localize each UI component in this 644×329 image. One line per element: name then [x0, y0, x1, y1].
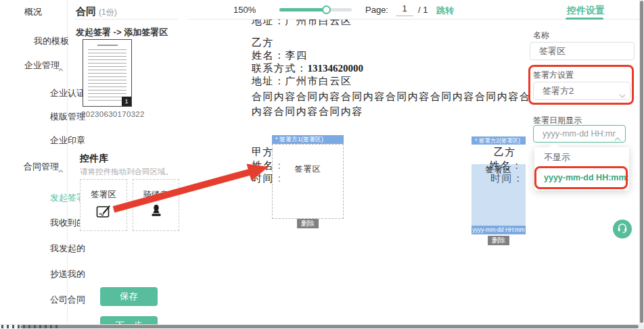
sidebar-item-enterprise-seal[interactable]: 企业印章	[50, 134, 85, 147]
zoom-slider-handle[interactable]	[322, 5, 331, 14]
save-button[interactable]: 保存	[100, 287, 158, 306]
dropdown-option-datetime[interactable]: yyyy-mm-dd HH:mm:ss	[534, 168, 629, 188]
doc-line-name: 姓名：李四	[252, 49, 308, 62]
sidebar-item-overview[interactable]: 概况	[24, 6, 42, 18]
dropdown-option-none[interactable]: 不显示	[534, 147, 629, 168]
doc-line-address: 地址：广州市白云区	[252, 75, 352, 88]
page-total-label: / 1	[418, 5, 428, 15]
doc-line-party-b-heading: 乙方	[252, 36, 274, 49]
toolbar	[68, 0, 639, 20]
signer-setting-label: 签署方设置	[533, 70, 574, 81]
date-format-dropdown: 不显示 yyyy-mm-dd HH:mm:ss	[534, 147, 629, 191]
chevron-up-icon	[614, 132, 621, 144]
delete-button[interactable]: 删除	[297, 219, 319, 228]
headset-icon	[616, 222, 628, 236]
signature-field-body[interactable]: 签署区	[472, 164, 526, 226]
signature-date-bar: yyyy-mm-dd HH:mm	[472, 226, 526, 234]
page-label: Page:	[365, 5, 388, 15]
page-thumbnail[interactable]: 1	[83, 39, 132, 107]
customer-support-button[interactable]	[613, 220, 632, 238]
signature-field-signer1[interactable]: * 签署方1(签署区) 签署区 删除	[272, 135, 344, 228]
tab-control-settings[interactable]: 控件设置	[567, 5, 605, 17]
zoom-level-label: 150%	[233, 5, 256, 15]
doc-party-a-title: 甲方	[252, 146, 274, 159]
signature-field-signer2[interactable]: * 签署方2(签署区) 签署区 yyyy-mm-dd HH:mm 删除	[472, 136, 526, 245]
scrollbar-corner	[639, 324, 644, 329]
app-window: 概况 我的模板 企业管理 企业认证 模版管理 企业印章 合同管理 发起签署 我收…	[0, 0, 644, 329]
sidebar-item-contract-mgmt[interactable]: 合同管理	[24, 161, 59, 173]
thumbnail-title-line	[97, 45, 118, 46]
sign-date-select-value: yyyy-mm-dd HH:mm:ss	[543, 126, 616, 143]
sign-date-select[interactable]: yyyy-mm-dd HH:mm:ss	[533, 125, 626, 143]
chevron-up-icon	[58, 163, 64, 176]
doc-paragraph-line1: 合同内容合同内容合同内容合同内容合同内容合同内容合同内容合同内容合同内容合同内容	[252, 91, 530, 103]
signer-select[interactable]: 签署方2	[533, 82, 630, 100]
doc-line-contact: 联系方式：13134620000	[252, 62, 363, 75]
doc-paragraph-line2: 内容合同内容合同内容	[252, 105, 363, 118]
page-number-badge: 1	[122, 97, 131, 106]
name-input[interactable]: 签署区	[530, 42, 635, 60]
signature-field-header: * 签署方1(签署区)	[272, 135, 344, 144]
sidebar-item-template-mgmt[interactable]: 模版管理	[50, 111, 85, 123]
signature-field-body[interactable]: 签署区	[272, 144, 344, 219]
contract-list-title: 合同(1份)	[76, 5, 117, 18]
sidebar-item-initiated[interactable]: 我发起的	[50, 243, 85, 255]
sidebar-item-company-contracts[interactable]: 公司合同	[50, 294, 85, 306]
chevron-down-icon	[619, 88, 626, 101]
zoom-slider-fill	[279, 8, 327, 11]
sidebar-item-enterprise-auth[interactable]: 企业认证	[50, 87, 85, 99]
page-number-input[interactable]: 1	[396, 3, 413, 16]
sidebar-item-my-templates[interactable]: 我的模板	[34, 35, 69, 47]
breadcrumb: 发起签署 -> 添加签署区	[76, 26, 168, 39]
control-settings-panel: 名称 签署区 签署方设置 签署方2 签署日期显示 yyyy-mm-dd HH:m…	[530, 20, 639, 324]
sidebar: 概况 我的模板 企业管理 企业认证 模版管理 企业印章 合同管理 发起签署 我收…	[0, 0, 68, 329]
left-panel-divider	[74, 19, 178, 20]
thumbnail-caption: 20230630170322	[81, 110, 145, 118]
annotation-arrow	[101, 159, 277, 216]
sidebar-item-cc-me[interactable]: 抄送我的	[50, 268, 85, 280]
chevron-up-icon	[58, 62, 64, 74]
signature-field-label: 签署区	[273, 163, 343, 175]
signature-field-label: 签署区	[472, 164, 526, 176]
delete-button[interactable]: 删除	[488, 236, 509, 245]
contract-count: (1份)	[99, 7, 117, 17]
signature-field-header: * 签署方2(签署区)	[472, 136, 526, 145]
thumbnail-text-lines	[88, 49, 127, 102]
sidebar-item-enterprise-mgmt[interactable]: 企业管理	[24, 59, 60, 72]
vertical-scrollbar-thumb[interactable]	[640, 1, 643, 323]
horizontal-scrollbar-thumb[interactable]	[20, 325, 639, 328]
page-jump-link[interactable]: 跳转	[436, 5, 454, 17]
name-field-label: 名称	[533, 30, 549, 41]
clipped-bottom-text	[1, 325, 60, 328]
